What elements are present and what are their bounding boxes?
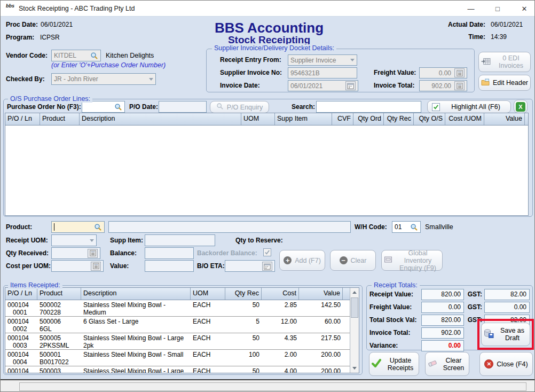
wh-code-field[interactable]: 01 <box>392 221 421 233</box>
items-table-row[interactable]: 0001040004 500001B0017022 Stainless Stee… <box>5 350 350 366</box>
items-table-row[interactable]: 0001040001 500002700228 Stainless Steel … <box>5 300 350 317</box>
items-scrollbar[interactable] <box>350 288 359 373</box>
supplier-details-title: Supplier Invoice/Delivery Docket Details… <box>212 44 336 52</box>
maximize-button[interactable]: □ <box>490 3 506 14</box>
search-input[interactable] <box>316 101 421 113</box>
wh-name: Smallville <box>425 223 453 231</box>
receipt-entry-from-dropdown[interactable]: Supplier Invoice <box>288 54 357 66</box>
close-button[interactable]: ✕ Close (F4) <box>479 352 533 376</box>
proc-date-value: 06/01/2021 <box>41 21 73 28</box>
col-uom: UOM <box>191 288 225 300</box>
vendor-search-icon[interactable] <box>90 52 98 60</box>
items-receipted-title: Items Receipted: <box>8 281 62 289</box>
col-po-ln: P/O / Ln <box>5 113 40 125</box>
total-value-field: 820.00 <box>421 315 464 326</box>
qty-to-reserve-label: Qty to Reserve: <box>235 237 283 244</box>
save-as-draft-button[interactable]: Save as Draft <box>481 323 530 346</box>
proc-date-label: Proc Date: <box>6 21 38 28</box>
invoice-date-label: Invoice Date: <box>220 82 260 89</box>
bo-eta-field[interactable] <box>225 260 275 272</box>
save-draft-icon <box>484 329 494 340</box>
gst-value-field: 0.00 <box>484 302 530 313</box>
col-value: Value <box>484 113 525 125</box>
actual-date-label: Actual Date: <box>422 21 485 28</box>
value-field[interactable] <box>145 260 194 272</box>
po-no-field[interactable] <box>82 101 125 113</box>
po-enquiry-button[interactable]: P/O Enquiry <box>210 101 269 113</box>
col-cost-uom: Cost /UOM <box>445 113 484 125</box>
calendar-icon[interactable] <box>345 81 356 90</box>
chevron-down-icon <box>350 59 355 61</box>
items-table-rows: 0001040001 500002700228 Stainless Steel … <box>5 300 350 373</box>
col-cvf: CVF <box>332 113 353 125</box>
add-button[interactable]: + Add (F7) <box>279 250 325 271</box>
freight-value-field[interactable]: 0.00 <box>419 67 467 79</box>
backorder-balance-checkbox[interactable] <box>263 248 271 256</box>
calculator-icon[interactable] <box>454 68 465 77</box>
receipt-totals-title: Receipt Totals: <box>372 281 420 289</box>
product-search-icon[interactable] <box>94 223 102 231</box>
supp-item-field[interactable] <box>145 234 215 246</box>
col-value: Value <box>299 288 343 300</box>
po-search-icon[interactable] <box>114 103 122 111</box>
supplier-details-group: Supplier Invoice/Delivery Docket Details… <box>206 49 475 92</box>
close-window-button[interactable]: ✕ <box>516 3 532 14</box>
calculator-icon[interactable] <box>88 249 98 258</box>
status-message-field <box>19 382 526 391</box>
product-code-input[interactable] <box>51 221 105 233</box>
search-icon <box>216 103 224 112</box>
vendor-code-field[interactable]: KITDEL <box>51 50 101 61</box>
calculator-icon[interactable] <box>454 81 465 90</box>
vendor-hint: (or Enter 'O'+Purchase Order Number) <box>51 61 166 69</box>
edi-invoices-button[interactable]: 0 EDI Invoices <box>478 52 531 72</box>
col-description: Description <box>80 113 241 125</box>
plus-icon: + <box>284 256 292 264</box>
po-lines-table: P/O / Ln Product Description UOM Supp It… <box>5 113 529 216</box>
supplier-invoice-no-field[interactable]: 9546321B <box>288 67 357 79</box>
product-description-field[interactable] <box>108 221 351 233</box>
cost-per-uom-label: Cost per UOM: <box>6 262 51 270</box>
invoice-date-field[interactable]: 06/01/2021 <box>288 80 358 91</box>
green-check-icon <box>372 359 381 369</box>
calculator-icon[interactable] <box>91 262 101 271</box>
variance-field: 0.00 <box>421 340 464 351</box>
scroll-down-arrow[interactable] <box>350 364 359 373</box>
checked-by-dropdown[interactable]: JR - John River <box>51 73 156 85</box>
search-label: Search: <box>292 103 315 111</box>
vendor-code-label: Vendor Code: <box>6 52 48 59</box>
po-date-field[interactable] <box>159 101 207 113</box>
items-table-row[interactable]: 0001040003 5000052PKSSML Stainless Steel… <box>5 333 350 350</box>
items-table-row[interactable]: 0001040002 5000066GL 6 Glass Set - Large… <box>5 317 350 333</box>
checkbox-checked-icon[interactable] <box>432 103 440 111</box>
clear-button[interactable]: − Clear <box>330 250 376 271</box>
program-label: Program: <box>6 34 34 41</box>
qty-received-label: Qty Received: <box>6 249 49 257</box>
po-lines-table-body[interactable] <box>5 126 528 216</box>
col-po-ln: P/O / Ln <box>5 288 37 300</box>
freight-value-label: Freight Value: <box>374 69 416 76</box>
qty-received-field[interactable] <box>51 247 100 259</box>
scroll-up-arrow[interactable] <box>350 288 359 297</box>
wh-search-icon[interactable] <box>410 223 418 231</box>
folder-edit-icon <box>481 79 490 88</box>
scrollbar-thumb[interactable] <box>351 297 358 318</box>
balance-field[interactable] <box>145 247 194 259</box>
checkbox-checked-icon <box>264 249 270 255</box>
cost-per-uom-field[interactable] <box>51 260 104 272</box>
invoice-total-label: Invoice Total: <box>374 82 414 89</box>
col-product: Product <box>40 113 80 125</box>
edit-header-button[interactable]: Edit Header <box>478 75 531 91</box>
minimize-button[interactable]: — <box>463 3 479 14</box>
receipt-entry-from-label: Receipt Entry From: <box>220 56 281 64</box>
clear-screen-button[interactable]: Clear Screen <box>425 352 469 376</box>
receipt-uom-dropdown[interactable] <box>51 234 97 246</box>
update-receipts-button[interactable]: Update Receipts <box>369 352 419 376</box>
items-table-row[interactable]: 000104 500003 Stainless Steel Mixing Bow… <box>5 366 350 373</box>
export-excel-button[interactable]: X <box>514 100 528 113</box>
highlight-all-button[interactable]: Highlight All (F6) <box>427 100 511 113</box>
global-inventory-button[interactable]: Global Inventory Enquiry (F9) <box>381 250 443 271</box>
backorder-balance-label: Backorder Balance: <box>197 249 257 257</box>
invoice-total-field[interactable]: 902.00 <box>419 80 467 91</box>
app-window: bbs Stock Receipting - ABC Trading Pty L… <box>0 0 535 392</box>
calendar-icon[interactable] <box>262 262 272 271</box>
